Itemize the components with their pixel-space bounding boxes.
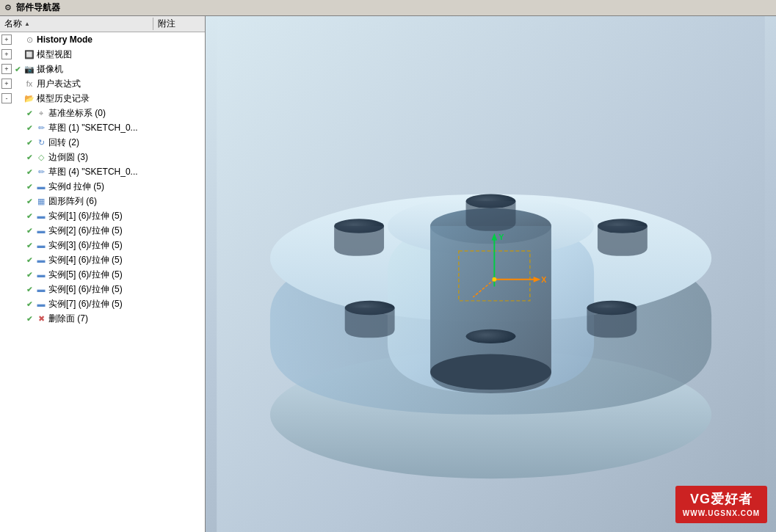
item-icon-inst6: ▬: [35, 283, 47, 295]
tree-item-sketch1[interactable]: ✔✏草图 (1) "SKETCH_0...: [0, 120, 205, 135]
expand-btn-chamfer: [13, 152, 23, 162]
part-svg: Y X: [206, 16, 776, 532]
expand-btn-sketch1: [13, 123, 23, 133]
tree-item-camera[interactable]: +✔📷摄像机: [0, 62, 205, 76]
tree-item-inst7[interactable]: ✔▬实例[7] (6)/拉伸 (5): [0, 296, 205, 311]
svg-point-20: [492, 277, 496, 282]
tree-item-inst2[interactable]: ✔▬实例[2] (6)/拉伸 (5): [0, 223, 205, 238]
expand-btn-inst4: [13, 255, 23, 265]
expand-btn-history-mode[interactable]: +: [1, 34, 12, 45]
tree-item-model-history[interactable]: -📂模型历史记录: [0, 91, 205, 106]
check-icon-sketch1[interactable]: ✔: [23, 122, 35, 134]
left-panel: 名称 ▲ 附注 +⊙History Mode+🔲模型视图+✔📷摄像机+fx用户表…: [0, 16, 206, 532]
check-icon-inst5[interactable]: ✔: [23, 269, 35, 280]
tree-item-chamfer[interactable]: ✔◇边倒圆 (3): [0, 150, 205, 164]
item-icon-inst3: ▬: [35, 239, 47, 251]
tree-item-label-inst5: 实例[5] (6)/拉伸 (5): [48, 269, 151, 281]
tree-item-label-inst7: 实例[7] (6)/拉伸 (5): [48, 298, 151, 310]
tree-item-label-inst4: 实例[4] (6)/拉伸 (5): [48, 254, 151, 266]
item-icon-sketch1: ✏: [35, 122, 47, 134]
tree-item-label-model-history: 模型历史记录: [37, 92, 151, 105]
check-icon-camera[interactable]: ✔: [12, 63, 23, 75]
check-icon-model-view[interactable]: [12, 48, 23, 60]
viewport[interactable]: Y X VG爱好者 WWW.UGSNX.COM: [206, 16, 776, 532]
check-icon-user-expr[interactable]: [12, 78, 23, 90]
tree-item-label-datum: 基准坐标系 (0): [48, 107, 151, 120]
tree-item-label-inst1: 实例[1] (6)/拉伸 (5): [48, 210, 151, 222]
watermark-line2: WWW.UGSNX.COM: [683, 509, 760, 519]
check-icon-delete-face[interactable]: ✔: [23, 313, 35, 324]
title-text: 部件导航器: [16, 1, 60, 14]
tree-item-inst1[interactable]: ✔▬实例[1] (6)/拉伸 (5): [0, 208, 205, 223]
tree-item-inst6[interactable]: ✔▬实例[6] (6)/拉伸 (5): [0, 282, 205, 296]
item-icon-user-expr: fx: [23, 78, 35, 90]
tree-item-revolve[interactable]: ✔↻回转 (2): [0, 135, 205, 150]
item-icon-history-mode: ⊙: [23, 34, 35, 45]
watermark-line1: VG爱好者: [683, 490, 760, 509]
svg-point-9: [466, 329, 516, 343]
check-icon-revolve[interactable]: ✔: [23, 136, 35, 148]
tree-item-label-revolve: 回转 (2): [48, 136, 151, 149]
tree-item-delete-face[interactable]: ✔✖删除面 (7): [0, 311, 205, 326]
tree-item-inst4[interactable]: ✔▬实例[4] (6)/拉伸 (5): [0, 252, 205, 267]
expand-btn-delete-face: [13, 313, 23, 324]
tree-header: 名称 ▲ 附注: [0, 16, 205, 32]
header-note-col: 附注: [153, 18, 205, 30]
check-icon-inst2[interactable]: ✔: [23, 225, 35, 236]
check-icon-inst3[interactable]: ✔: [23, 239, 35, 251]
tree-item-datum[interactable]: ✔⌖基准坐标系 (0): [0, 106, 205, 120]
check-icon-inst7[interactable]: ✔: [23, 298, 35, 310]
watermark: VG爱好者 WWW.UGSNX.COM: [675, 486, 767, 523]
tree-item-label-inst3: 实例[3] (6)/拉伸 (5): [48, 239, 151, 252]
check-icon-inst1[interactable]: ✔: [23, 210, 35, 222]
tree-item-inst3[interactable]: ✔▬实例[3] (6)/拉伸 (5): [0, 238, 205, 252]
check-icon-inst6[interactable]: ✔: [23, 283, 35, 295]
header-note-label: 附注: [158, 18, 175, 29]
expand-btn-camera[interactable]: +: [1, 64, 12, 74]
tree-item-inst5[interactable]: ✔▬实例[5] (6)/拉伸 (5): [0, 267, 205, 282]
tree-item-label-user-expr: 用户表达式: [37, 78, 151, 90]
title-icon: ⚙: [4, 3, 12, 12]
expand-btn-inst7: [13, 299, 23, 309]
check-icon-extrude5[interactable]: ✔: [23, 181, 35, 192]
item-icon-pattern6: ▦: [35, 195, 47, 207]
check-icon-inst4[interactable]: ✔: [23, 254, 35, 266]
tree-item-extrude5[interactable]: ✔▬实例d 拉伸 (5): [0, 179, 205, 194]
check-icon-history-mode[interactable]: [12, 34, 23, 45]
tree-item-label-chamfer: 边倒圆 (3): [48, 151, 151, 164]
check-icon-chamfer[interactable]: ✔: [23, 151, 35, 163]
expand-btn-inst6: [13, 284, 23, 294]
check-icon-datum[interactable]: ✔: [23, 107, 35, 119]
expand-btn-datum: [13, 108, 23, 118]
tree-item-pattern6[interactable]: ✔▦圆形阵列 (6): [0, 194, 205, 208]
tree-item-history-mode[interactable]: +⊙History Mode: [0, 32, 205, 47]
expand-btn-inst2: [13, 225, 23, 236]
svg-text:X: X: [541, 275, 547, 284]
tree-item-label-extrude5: 实例d 拉伸 (5): [48, 181, 151, 193]
check-icon-model-history[interactable]: [12, 92, 23, 104]
expand-btn-sketch4: [13, 167, 23, 177]
check-icon-pattern6[interactable]: ✔: [23, 195, 35, 207]
item-icon-inst1: ▬: [35, 210, 47, 222]
tree-item-label-inst6: 实例[6] (6)/拉伸 (5): [48, 283, 151, 296]
item-icon-inst2: ▬: [35, 225, 47, 236]
item-icon-model-history: 📂: [23, 92, 35, 104]
expand-btn-revolve: [13, 137, 23, 147]
tree-item-label-model-view: 模型视图: [37, 48, 151, 61]
expand-btn-model-view[interactable]: +: [1, 49, 12, 59]
tree-item-sketch4[interactable]: ✔✏草图 (4) "SKETCH_0...: [0, 164, 205, 179]
tree-content[interactable]: +⊙History Mode+🔲模型视图+✔📷摄像机+fx用户表达式-📂模型历史…: [0, 32, 205, 532]
expand-btn-user-expr[interactable]: +: [1, 79, 12, 89]
check-icon-sketch4[interactable]: ✔: [23, 166, 35, 178]
expand-btn-model-history[interactable]: -: [1, 93, 12, 103]
tree-item-user-expr[interactable]: +fx用户表达式: [0, 76, 205, 91]
expand-btn-inst1: [13, 211, 23, 221]
item-icon-extrude5: ▬: [35, 181, 47, 192]
item-icon-chamfer: ◇: [35, 151, 47, 163]
svg-text:Y: Y: [498, 233, 504, 241]
item-icon-delete-face: ✖: [35, 313, 47, 324]
tree-item-label-sketch1: 草图 (1) "SKETCH_0...: [48, 122, 151, 134]
tree-item-model-view[interactable]: +🔲模型视图: [0, 47, 205, 62]
expand-btn-pattern6: [13, 196, 23, 206]
item-icon-model-view: 🔲: [23, 48, 35, 60]
